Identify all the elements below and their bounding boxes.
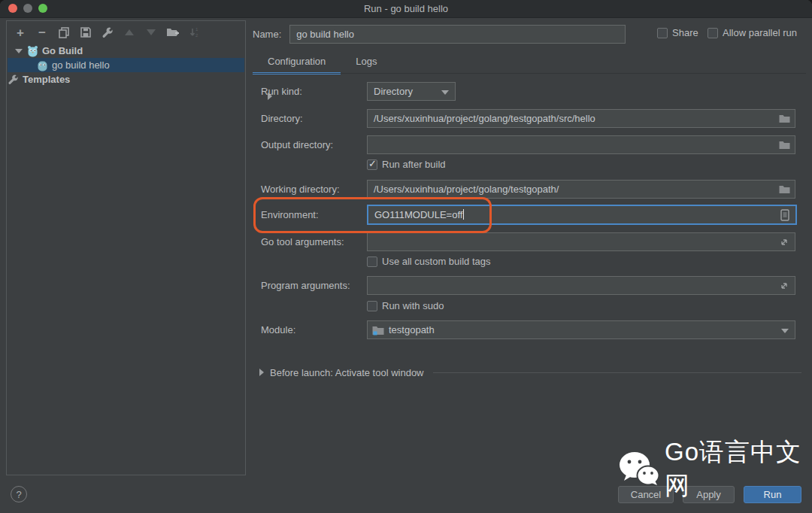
directory-label: Directory:: [261, 109, 303, 128]
before-launch-section[interactable]: Before launch: Activate tool window: [253, 366, 806, 379]
directory-row: Directory: /Users/xuxinhua/project/golan…: [253, 109, 806, 128]
svg-text:1: 1: [195, 27, 198, 32]
watermark: Go语言中文网: [618, 451, 812, 487]
directory-input[interactable]: /Users/xuxinhua/project/golang/testgopat…: [367, 109, 795, 128]
configurations-tree: Go Build go build hello Templates: [8, 44, 244, 87]
module-row: Module: testgopath: [253, 320, 806, 339]
run-after-build-checkbox-row[interactable]: Run after build: [367, 159, 446, 170]
copy-icon[interactable]: [56, 25, 71, 40]
program-arguments-row: Program arguments:: [253, 276, 806, 295]
name-row: Name: go build hello: [253, 25, 626, 44]
program-arguments-input[interactable]: [367, 276, 795, 295]
use-all-custom-build-tags-checkbox[interactable]: [367, 256, 377, 267]
tab-logs[interactable]: Logs: [341, 51, 392, 74]
chevron-right-icon[interactable]: [259, 369, 264, 376]
help-button[interactable]: ?: [11, 486, 27, 502]
run-with-sudo-label: Run with sudo: [382, 300, 444, 311]
output-directory-row: Output directory:: [253, 135, 806, 154]
use-all-custom-build-tags-checkbox-row[interactable]: Use all custom build tags: [367, 256, 491, 267]
working-directory-label: Working directory:: [261, 180, 340, 199]
name-label: Name:: [253, 29, 281, 40]
working-directory-input[interactable]: /Users/xuxinhua/project/golang/testgopat…: [367, 180, 795, 199]
environment-variables-icon[interactable]: [779, 209, 791, 221]
chevron-down-icon: [781, 329, 789, 333]
tab-configuration[interactable]: Configuration: [253, 51, 341, 74]
run-configuration-dialog: Run - go build hello + − 12: [0, 0, 812, 513]
tree-item-label: Go Build: [42, 44, 83, 58]
tree-item-go-build-hello[interactable]: go build hello: [8, 58, 244, 72]
wechat-icon: [618, 451, 660, 489]
program-arguments-label: Program arguments:: [261, 276, 350, 295]
module-icon: [372, 324, 384, 336]
run-with-sudo-checkbox-row[interactable]: Run with sudo: [367, 300, 444, 311]
go-tool-arguments-row: Go tool arguments:: [253, 232, 806, 251]
title-bar: Run - go build hello: [0, 0, 812, 18]
run-kind-select[interactable]: Directory: [367, 82, 456, 101]
expand-icon[interactable]: [778, 280, 790, 292]
use-all-custom-build-tags-label: Use all custom build tags: [382, 256, 491, 267]
configurations-panel: + − 12: [6, 20, 246, 475]
allow-parallel-run-label: Allow parallel run: [723, 27, 797, 38]
browse-folder-icon[interactable]: [778, 184, 790, 196]
chevron-down-icon: [441, 90, 449, 95]
tree-item-label: Templates: [23, 72, 70, 87]
expand-icon[interactable]: [778, 236, 790, 248]
go-tool-arguments-label: Go tool arguments:: [261, 232, 344, 251]
run-with-sudo-checkbox[interactable]: [367, 301, 377, 311]
configurations-toolbar: + − 12: [10, 24, 202, 41]
watermark-text: Go语言中文网: [665, 436, 812, 503]
run-after-build-checkbox[interactable]: [367, 159, 377, 170]
save-icon[interactable]: [78, 25, 93, 40]
share-checkbox[interactable]: [657, 28, 668, 38]
add-icon[interactable]: +: [13, 25, 28, 40]
environment-label: Environment:: [261, 205, 319, 225]
output-directory-label: Output directory:: [261, 135, 333, 154]
remove-icon[interactable]: −: [35, 25, 50, 40]
edit-templates-wrench-icon[interactable]: [100, 25, 115, 40]
browse-folder-icon[interactable]: [778, 113, 790, 125]
module-select[interactable]: testgopath: [367, 320, 795, 339]
run-after-build-row: Run after build: [253, 156, 806, 171]
move-down-icon: [144, 25, 159, 40]
chevron-down-icon[interactable]: [15, 49, 23, 53]
name-input[interactable]: go build hello: [289, 25, 626, 44]
use-all-custom-build-tags-row: Use all custom build tags: [253, 253, 806, 268]
environment-input[interactable]: GO111MODULE=off: [367, 205, 797, 225]
tab-bar: Configuration Logs: [253, 51, 392, 74]
section-divider: [433, 372, 801, 373]
svg-text:2: 2: [195, 33, 198, 38]
wrench-icon: [8, 74, 20, 86]
run-kind-label: Run kind:: [261, 82, 302, 101]
run-with-sudo-row: Run with sudo: [253, 297, 806, 312]
working-directory-row: Working directory: /Users/xuxinhua/proje…: [253, 180, 806, 199]
gopher-icon: [27, 45, 39, 57]
tab-divider: [253, 73, 806, 74]
module-label: Module:: [261, 320, 295, 339]
new-folder-icon[interactable]: [165, 25, 180, 40]
text-caret: [463, 209, 464, 220]
tree-item-templates[interactable]: Templates: [8, 72, 244, 87]
window-title: Run - go build hello: [0, 0, 812, 17]
output-directory-input[interactable]: [367, 135, 795, 154]
environment-row: Environment: GO111MODULE=off: [253, 205, 806, 225]
sort-icon: 12: [187, 25, 202, 40]
tree-item-label: go build hello: [52, 58, 110, 72]
move-up-icon: [122, 25, 137, 40]
run-after-build-label: Run after build: [382, 159, 446, 170]
allow-parallel-run-checkbox[interactable]: [707, 28, 718, 38]
go-tool-arguments-input[interactable]: [367, 232, 795, 251]
browse-folder-icon[interactable]: [778, 139, 790, 151]
allow-parallel-run-checkbox-row[interactable]: Allow parallel run: [707, 27, 797, 38]
share-checkbox-row[interactable]: Share: [657, 27, 698, 38]
before-launch-label: Before launch: Activate tool window: [270, 367, 424, 378]
tree-item-go-build[interactable]: Go Build: [8, 44, 244, 58]
gopher-icon: [37, 59, 49, 71]
run-kind-row: Run kind: Directory: [253, 82, 806, 101]
share-label: Share: [672, 27, 698, 38]
